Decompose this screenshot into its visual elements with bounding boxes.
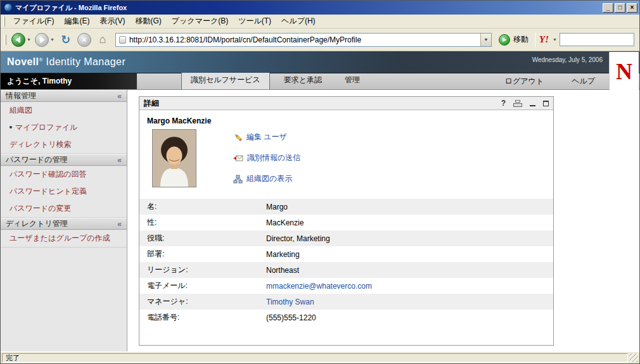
send-identity-icon (233, 154, 243, 162)
sidebar: 情報管理 « 組織図 マイプロファイル ディレクトリ検索 パスワードの管理 « … (1, 90, 127, 351)
panel-minimize-icon[interactable] (530, 101, 535, 106)
home-button[interactable]: ⌂ (93, 32, 112, 47)
product-name: Identity Manager (43, 56, 125, 67)
forward-icon (35, 33, 49, 47)
field-label: 役職: (139, 233, 266, 244)
sidebar-item-change-password[interactable]: パスワードの変更 (1, 200, 127, 217)
page-body: 情報管理 « 組織図 マイプロファイル ディレクトリ検索 パスワードの管理 « … (1, 90, 639, 351)
menubar-grip[interactable] (3, 16, 5, 27)
back-icon (11, 33, 25, 47)
close-button[interactable]: × (627, 3, 637, 13)
edit-pencil-icon (233, 132, 243, 142)
user-photo (152, 129, 196, 187)
field-row-email: 電子メール: mmackenzie@whateverco.com (139, 278, 553, 294)
sidebar-item-password-challenge-response[interactable]: パスワード確認の回答 (1, 166, 127, 183)
manager-link[interactable]: Timothy Swan (266, 298, 314, 306)
panel-help-icon[interactable]: ? (501, 99, 506, 108)
firefox-window: マイプロファイル - Mozilla Firefox _ □ × ファイル(F)… (0, 0, 640, 364)
product-title: Novell® Identity Manager (1, 56, 125, 68)
logout-link[interactable]: ログアウト (505, 76, 544, 87)
sidebar-section-information-management: 情報管理 « 組織図 マイプロファイル ディレクトリ検索 (1, 90, 127, 154)
field-row-title: 役職: Director, Marketing (139, 230, 553, 246)
collapse-icon[interactable]: « (117, 220, 122, 228)
field-label: 性: (139, 217, 266, 228)
menu-go[interactable]: 移動(G) (130, 14, 166, 28)
reload-icon: ↻ (58, 33, 74, 47)
maximize-button[interactable]: □ (615, 3, 625, 13)
reload-button[interactable]: ↻ (56, 32, 75, 48)
sidebar-section-header[interactable]: パスワードの管理 « (1, 154, 127, 166)
go-button[interactable]: ▶ 移動 (495, 34, 532, 46)
profile-fields-table: 名: Margo 性: MacKenzie 役職: Director, Mark… (139, 199, 553, 325)
menu-bookmarks[interactable]: ブックマーク(B) (167, 14, 233, 28)
menu-edit[interactable]: 編集(E) (59, 14, 94, 28)
toolbar-separator (535, 33, 535, 47)
field-row-region: リージョン: Northeast (139, 262, 553, 278)
sidebar-item-label: マイプロファイル (15, 123, 77, 132)
minimize-button[interactable]: _ (603, 3, 613, 13)
home-icon: ⌂ (95, 33, 110, 46)
sidebar-section-title: 情報管理 (6, 91, 36, 101)
user-full-name: Margo MacKenzie (139, 110, 553, 128)
yahoo-dropdown-icon[interactable]: ▼ (553, 37, 557, 42)
tab-requests-approvals[interactable]: 要求と承認 (275, 72, 331, 89)
tab-identity-self-service[interactable]: 識別セルフサービス (181, 71, 270, 89)
menu-help[interactable]: ヘルプ(H) (276, 14, 321, 28)
brand-name: Novell (7, 56, 39, 67)
send-identity-info-action[interactable]: 識別情報の送信 (233, 153, 300, 163)
print-icon[interactable] (513, 100, 522, 107)
yahoo-logo-icon[interactable]: Y! (539, 34, 549, 45)
status-bar: 完了 (1, 351, 639, 363)
menu-file[interactable]: ファイル(F) (8, 14, 59, 28)
page-icon (119, 36, 126, 44)
resize-grip-icon[interactable] (629, 353, 638, 362)
help-link[interactable]: ヘルプ (572, 76, 595, 87)
display-org-chart-action[interactable]: 組織図の表示 (233, 173, 300, 184)
sidebar-item-password-hint-definition[interactable]: パスワードヒント定義 (1, 183, 127, 200)
edit-user-action[interactable]: 編集 ユーザ (233, 132, 300, 142)
sidebar-section-title: パスワードの管理 (6, 154, 67, 165)
panel-maximize-icon[interactable] (543, 101, 549, 106)
toolbar-grip[interactable] (4, 35, 6, 45)
tab-bar: ようこそ, Timothy 識別セルフサービス 要求と承認 管理 ログアウト ヘ… (1, 73, 639, 90)
detail-panel: 詳細 ? Margo MacKenzie (139, 96, 554, 346)
sidebar-section-title: ディレクトリ管理 (6, 218, 68, 229)
welcome-text: ようこそ, Timothy (1, 73, 137, 89)
yahoo-search-box: Y! ▼ (538, 33, 637, 46)
sidebar-item-org-chart[interactable]: 組織図 (1, 102, 127, 119)
field-row-manager: マネージャ: Timothy Swan (139, 294, 553, 310)
stop-button[interactable]: × (75, 32, 93, 48)
org-chart-icon (233, 175, 243, 184)
forward-dropdown-icon[interactable]: ▼ (50, 37, 54, 42)
yahoo-search-input[interactable] (560, 33, 634, 46)
portrait-image (153, 130, 196, 187)
collapse-icon[interactable]: « (117, 92, 122, 100)
sidebar-section-header[interactable]: ディレクトリ管理 « (1, 218, 127, 230)
field-row-last-name: 性: MacKenzie (139, 215, 553, 230)
back-button[interactable]: ▼ (10, 32, 33, 48)
field-row-department: 部署: Marketing (139, 246, 553, 262)
menu-view[interactable]: 表示(V) (94, 14, 130, 28)
action-label: 組織図の表示 (246, 173, 292, 184)
forward-button[interactable]: ▼ (33, 32, 56, 48)
collapse-icon[interactable]: « (117, 156, 122, 164)
menu-tools[interactable]: ツール(T) (233, 14, 276, 28)
menu-bar: ファイル(F) 編集(E) 表示(V) 移動(G) ブックマーク(B) ツール(… (1, 15, 639, 28)
sidebar-item-my-profile[interactable]: マイプロファイル (1, 119, 127, 136)
field-value: Margo (266, 203, 288, 211)
email-link[interactable]: mmackenzie@whateverco.com (266, 282, 372, 291)
sidebar-item-create-user-or-group[interactable]: ユーザまたはグループの作成 (1, 230, 127, 247)
stop-icon: × (77, 33, 91, 47)
sidebar-section-header[interactable]: 情報管理 « (1, 90, 127, 102)
status-text: 完了 (2, 353, 628, 363)
sidebar-item-directory-search[interactable]: ディレクトリ検索 (1, 136, 127, 153)
header-date: Wednesday, July 5, 2006 (532, 56, 603, 63)
tab-administration[interactable]: 管理 (336, 72, 369, 89)
title-bar: マイプロファイル - Mozilla Firefox _ □ × (1, 1, 639, 15)
field-row-phone: 電話番号: (555)555-1220 (139, 310, 553, 325)
back-dropdown-icon[interactable]: ▼ (27, 37, 31, 42)
url-dropdown-icon[interactable]: ▼ (480, 34, 491, 46)
novell-logo: N (609, 52, 639, 91)
url-input[interactable] (129, 34, 480, 46)
field-row-first-name: 名: Margo (139, 199, 553, 215)
